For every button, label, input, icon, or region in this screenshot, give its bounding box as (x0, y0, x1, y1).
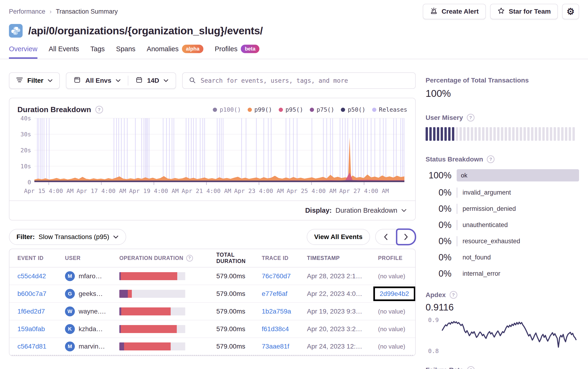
user-misery-label-text: User Misery (426, 114, 463, 121)
trace-id-link[interactable]: f61d38c4 (262, 325, 289, 333)
legend-dot (213, 108, 217, 112)
chevron-right-icon (403, 233, 409, 240)
column-header-operation-duration[interactable]: OPERATION DURATION ? (119, 255, 200, 262)
misery-tick (474, 127, 477, 141)
legend-dot (372, 108, 376, 112)
help-icon[interactable]: ? (467, 366, 475, 369)
misery-tick (535, 127, 537, 141)
tab-profiles[interactable]: Profiles beta (215, 45, 259, 59)
total-duration: 579.00ms (200, 290, 262, 298)
trace-id-link[interactable]: 73aae81f (262, 343, 289, 350)
tab-tags[interactable]: Tags (90, 45, 105, 59)
misery-tick (516, 127, 518, 141)
legend-label: p75() (317, 106, 334, 113)
table-row: c5647d81 Mmarvin… 579.00ms 73aae81f Apr … (10, 338, 415, 356)
column-header-profile[interactable]: PROFILE (378, 255, 415, 261)
column-header-trace-id[interactable]: TRACE ID (262, 255, 307, 261)
event-id-link[interactable]: c55c4d42 (17, 272, 46, 280)
misery-tick (490, 127, 492, 141)
summary-sidebar: Percentage of Total Transactions 100% Us… (426, 59, 579, 369)
chevron-down-icon (163, 79, 168, 82)
percent-total-label: Percentage of Total Transactions (426, 77, 579, 84)
date-range-dropdown[interactable]: 14D (128, 76, 176, 85)
profile-value: (no value) (378, 308, 405, 315)
event-id-link[interactable]: c5647d81 (17, 343, 46, 350)
status-pct: 0% (426, 204, 452, 214)
misery-tick (471, 127, 473, 141)
svg-text:0.8: 0.8 (428, 348, 439, 354)
trace-id-link[interactable]: 1b2a759a (262, 308, 291, 315)
view-all-events-button[interactable]: View All Events (307, 229, 370, 245)
settings-button[interactable]: ⚙ (562, 4, 579, 19)
svg-text:30s: 30s (21, 131, 31, 138)
column-header-timestamp[interactable]: TIMESTAMP (307, 255, 378, 261)
avatar: K (65, 324, 75, 334)
env-date-group: All Envs 14D (66, 72, 176, 89)
operation-duration-bar (119, 272, 185, 280)
tab-anomalies[interactable]: Anomalies alpha (147, 45, 203, 59)
column-header-event-id[interactable]: EVENT ID (10, 255, 65, 261)
cursor-highlight-box: 2d99e4b2 (373, 287, 415, 301)
legend-item-p99[interactable]: p99() (248, 106, 272, 113)
filter-lines-icon (16, 77, 23, 84)
filter-bar: Filter All Envs 14D (9, 72, 416, 89)
table-row: 1f6ed2d7 Wwayne.… 579.00ms 1b2a759a Apr … (10, 303, 415, 320)
breadcrumb-performance[interactable]: Performance (9, 8, 45, 15)
legend-item-p95[interactable]: p95() (279, 106, 303, 113)
transactions-filter-dropdown[interactable]: Filter: Slow Transactions (p95) (9, 229, 126, 245)
tab-all-events[interactable]: All Events (49, 45, 79, 59)
display-value[interactable]: Duration Breakdown (336, 207, 397, 214)
event-id-link[interactable]: 159a0fab (17, 325, 45, 333)
misery-tick (572, 127, 575, 141)
help-icon[interactable]: ? (95, 106, 103, 113)
svg-text:0.9: 0.9 (428, 317, 439, 323)
legend-item-p100[interactable]: p100() (213, 106, 241, 113)
column-header-user[interactable]: USER (65, 255, 119, 261)
chevron-down-icon[interactable] (401, 209, 407, 212)
help-icon[interactable]: ? (450, 291, 457, 299)
legend-item-p50[interactable]: p50() (341, 106, 365, 113)
event-id-link[interactable]: 1f6ed2d7 (17, 308, 45, 315)
help-icon[interactable]: ? (467, 114, 474, 121)
status-pct: 100% (426, 170, 452, 180)
create-alert-button[interactable]: Create Alert (423, 4, 486, 19)
status-breakdown-label-text: Status Breakdown (426, 156, 483, 163)
duration-breakdown-chart[interactable]: 40s30s20s10s0Apr 15 4:00 AMApr 17 4:00 A… (16, 116, 408, 198)
status-name: not_found (457, 252, 579, 262)
user-misery-bar (426, 127, 579, 141)
svg-text:Apr 15 4:00 AM: Apr 15 4:00 AM (24, 188, 74, 194)
apdex-value: 0.9116 (426, 302, 579, 313)
legend-item-releases[interactable]: Releases (372, 106, 407, 113)
event-id-link[interactable]: b600c7a7 (17, 290, 46, 297)
status-bar-ok[interactable]: ok (457, 169, 579, 181)
misery-tick (429, 127, 432, 141)
page-title: /api/0/organizations/{organization_slug}… (28, 25, 263, 37)
breadcrumb: Performance › Transaction Summary (9, 8, 118, 15)
failure-rate-label: Failure Rate ? (426, 366, 579, 369)
column-header-total-duration[interactable]: TOTAL DURATION (200, 252, 262, 264)
title-row: /api/0/organizations/{organization_slug}… (0, 19, 588, 38)
status-pct: 0% (426, 188, 452, 198)
misery-tick (497, 127, 500, 141)
user-name: marvin… (79, 343, 105, 350)
next-page-button[interactable] (396, 229, 416, 245)
previous-page-button[interactable] (376, 229, 396, 244)
trace-id-link[interactable]: 76c760d7 (262, 272, 291, 280)
help-icon[interactable]: ? (186, 255, 193, 262)
tab-spans[interactable]: Spans (116, 45, 135, 59)
environment-dropdown[interactable]: All Envs (66, 76, 127, 85)
filter-dropdown[interactable]: Filter (9, 72, 60, 89)
legend-item-p75[interactable]: p75() (310, 106, 334, 113)
misery-tick (463, 127, 466, 141)
date-range-label: 14D (147, 77, 159, 84)
help-icon[interactable]: ? (487, 155, 494, 163)
misery-tick (561, 127, 564, 141)
legend-dot (279, 108, 283, 112)
profile-link[interactable]: 2d99e4b2 (380, 290, 409, 297)
tab-label: Spans (116, 45, 135, 53)
profile-value: (no value) (378, 343, 405, 350)
trace-id-link[interactable]: e77ef6af (262, 290, 287, 297)
search-input[interactable] (200, 77, 409, 84)
star-for-team-button[interactable]: Star for Team (490, 4, 558, 19)
tab-overview[interactable]: Overview (9, 45, 37, 59)
